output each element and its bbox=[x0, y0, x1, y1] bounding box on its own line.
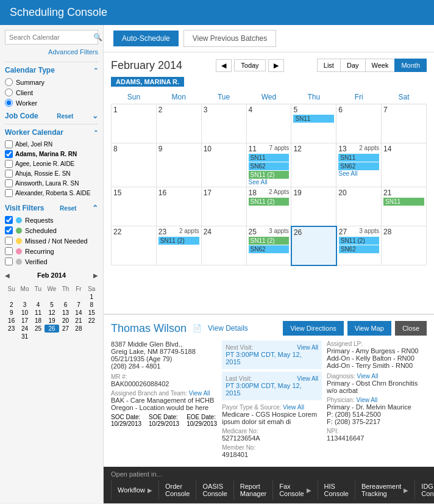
cal-prev-button[interactable]: ◀ bbox=[216, 59, 232, 72]
advanced-filters-link[interactable]: Advanced Filters bbox=[5, 48, 98, 56]
last-visit-view-all[interactable]: View All bbox=[297, 375, 318, 382]
see-all-link[interactable]: See All bbox=[338, 170, 379, 177]
event-block[interactable]: SN11 bbox=[338, 154, 379, 162]
job-code-chevron[interactable]: ⌄ bbox=[92, 112, 98, 120]
cal-cell[interactable]: 1 bbox=[112, 104, 157, 143]
event-block[interactable]: SN62 bbox=[249, 162, 290, 170]
cal-cell[interactable]: 7 bbox=[382, 104, 427, 143]
mini-cal-next[interactable]: ▶ bbox=[93, 272, 98, 279]
filter-recurring[interactable]: Recurring bbox=[5, 247, 98, 255]
cal-view-day[interactable]: Day bbox=[340, 59, 366, 72]
filter-scheduled[interactable]: Scheduled bbox=[5, 226, 98, 234]
worker-checkbox-alexander[interactable] bbox=[5, 189, 13, 197]
cal-cell[interactable]: 17 bbox=[201, 187, 246, 226]
filter-verified[interactable]: Verified bbox=[5, 257, 98, 265]
worker-item[interactable]: Alexander, Roberta S. AIDE bbox=[5, 189, 98, 197]
bottom-nav-bereavement[interactable]: Bereavement Tracking ▶ bbox=[355, 480, 415, 500]
cal-cell[interactable]: 6 bbox=[336, 104, 382, 143]
cal-cell[interactable]: 28 bbox=[382, 226, 427, 265]
see-all-link[interactable]: See All bbox=[249, 179, 290, 185]
cal-today-button[interactable]: Today bbox=[234, 59, 265, 71]
event-block[interactable]: SN11 bbox=[249, 154, 290, 162]
worker-checkbox-ainsworth[interactable] bbox=[5, 179, 13, 187]
mini-cal-prev[interactable]: ◀ bbox=[5, 272, 10, 279]
view-map-button[interactable]: View Map bbox=[347, 321, 391, 336]
cal-cell[interactable]: 182 ApptsSN11 (2) bbox=[246, 187, 291, 226]
cal-cell[interactable]: 232 apptsSN11 (2) bbox=[156, 226, 201, 265]
bottom-nav-fax-console[interactable]: Fax Console ▶ bbox=[273, 480, 318, 500]
event-block[interactable]: SN11 (2) bbox=[339, 237, 379, 245]
physician-link[interactable]: View All bbox=[356, 397, 377, 403]
worker-item[interactable]: Ainsworth, Laura R. SN bbox=[5, 179, 98, 187]
worker-checkbox-agee[interactable] bbox=[5, 160, 13, 168]
event-block[interactable]: SN62 bbox=[338, 162, 379, 170]
cal-cell[interactable]: 5SN11 bbox=[291, 104, 336, 143]
event-block[interactable]: SN62 bbox=[249, 245, 289, 253]
cal-cell[interactable]: 20 bbox=[336, 187, 382, 226]
close-patient-button[interactable]: Close bbox=[395, 321, 427, 336]
calendar-type-summary[interactable]: Summary bbox=[5, 78, 98, 86]
worker-item[interactable]: Abel, Joel RN bbox=[5, 140, 98, 148]
cal-cell[interactable]: 19 bbox=[291, 187, 336, 226]
cal-cell[interactable]: 22 bbox=[112, 226, 157, 265]
event-block[interactable]: SN11 bbox=[293, 115, 334, 123]
cal-cell[interactable]: 3 bbox=[201, 104, 246, 143]
filter-requests[interactable]: Requests bbox=[5, 216, 98, 224]
worker-item[interactable]: Agee, Leonie R. AIDE bbox=[5, 160, 98, 168]
calendar-type-worker[interactable]: Worker bbox=[5, 99, 98, 107]
cal-cell[interactable]: 15 bbox=[112, 187, 157, 226]
view-details-link[interactable]: View Details bbox=[208, 324, 248, 333]
branch-link[interactable]: View All bbox=[189, 390, 210, 397]
event-block[interactable]: SN62 bbox=[339, 245, 379, 253]
cal-view-month[interactable]: Month bbox=[394, 59, 427, 72]
view-batches-button[interactable]: View Previous Batches bbox=[183, 30, 277, 47]
cal-cell[interactable]: 12 bbox=[291, 143, 336, 187]
next-visit-view-all[interactable]: View All bbox=[297, 344, 318, 351]
calendar-type-client[interactable]: Client bbox=[5, 88, 98, 96]
worker-checkbox-abel[interactable] bbox=[5, 140, 13, 148]
payor-link[interactable]: View All bbox=[283, 404, 304, 411]
visit-filters-chevron[interactable]: ⌃ bbox=[92, 204, 98, 212]
cal-cell[interactable]: 9 bbox=[156, 143, 201, 187]
cal-cell[interactable]: 132 apptsSN11SN62See All bbox=[336, 143, 382, 187]
worker-item[interactable]: Adams, Marina R. RN bbox=[5, 150, 98, 158]
cal-cell[interactable]: 14 bbox=[382, 143, 427, 187]
cal-cell[interactable]: 273 apptsSN11 (2)SN62 bbox=[336, 226, 382, 265]
worker-item[interactable]: Ahuja, Rossie E. SN bbox=[5, 170, 98, 178]
cal-cell[interactable]: 253 apptsSN11 (2)SN62 bbox=[246, 226, 291, 265]
cal-cell[interactable]: 24 bbox=[201, 226, 246, 265]
event-block[interactable]: SN11 bbox=[383, 198, 424, 206]
event-block[interactable]: SN11 (2) bbox=[249, 198, 290, 206]
worker-checkbox-ahuja[interactable] bbox=[5, 170, 13, 178]
cal-cell[interactable]: 8 bbox=[112, 143, 157, 187]
worker-checkbox-adams[interactable] bbox=[5, 150, 13, 158]
diagnosis-link[interactable]: View All bbox=[357, 373, 379, 380]
auto-schedule-button[interactable]: Auto-Schedule bbox=[113, 31, 179, 46]
cal-next-button[interactable]: ▶ bbox=[268, 59, 284, 72]
filter-missed-checkbox[interactable] bbox=[5, 237, 13, 245]
cal-cell[interactable]: 4 bbox=[246, 104, 291, 143]
worker-calendar-chevron[interactable]: ⌃ bbox=[93, 129, 98, 136]
view-directions-button[interactable]: View Directions bbox=[283, 321, 344, 336]
cal-view-list[interactable]: List bbox=[317, 59, 341, 72]
filter-recurring-checkbox[interactable] bbox=[5, 247, 13, 255]
bottom-nav-report-manager[interactable]: Report Manager bbox=[234, 480, 273, 500]
bottom-nav-order-console[interactable]: Order Console bbox=[159, 480, 196, 500]
event-block[interactable]: SN11 (2) bbox=[249, 237, 289, 245]
bottom-nav-workflow[interactable]: Workflow ▶ bbox=[111, 480, 159, 500]
cal-view-week[interactable]: Week bbox=[365, 59, 396, 72]
cal-cell[interactable]: 10 bbox=[201, 143, 246, 187]
calendar-type-chevron[interactable]: ⌃ bbox=[93, 67, 98, 74]
event-block[interactable]: SN11 (2) bbox=[158, 237, 199, 245]
filter-requests-checkbox[interactable] bbox=[5, 216, 13, 224]
filter-scheduled-checkbox[interactable] bbox=[5, 226, 13, 234]
job-code-reset[interactable]: Reset bbox=[57, 113, 73, 120]
cal-cell[interactable]: 117 apptsSN11SN62SN11 (2)See All bbox=[246, 143, 291, 187]
bottom-nav-idg-console[interactable]: IDG Console bbox=[415, 480, 434, 500]
bottom-nav-his-console[interactable]: HIS Console bbox=[318, 480, 355, 500]
search-input[interactable] bbox=[9, 34, 93, 41]
cal-cell[interactable]: 21SN11 bbox=[382, 187, 427, 226]
filter-verified-checkbox[interactable] bbox=[5, 257, 13, 265]
event-block[interactable]: SN11 (2) bbox=[249, 171, 290, 179]
search-box[interactable]: 🔍 bbox=[5, 30, 98, 45]
